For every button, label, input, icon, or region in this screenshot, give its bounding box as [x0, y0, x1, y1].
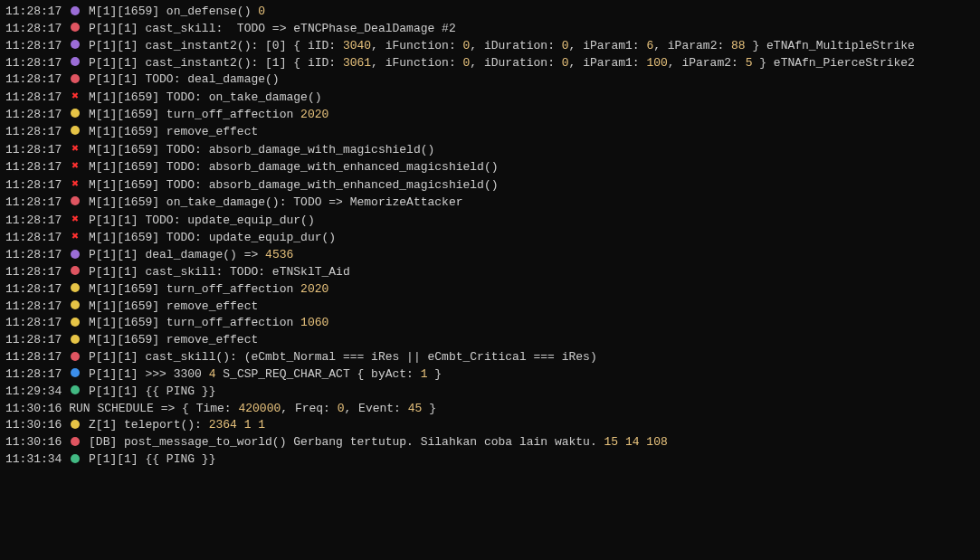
- log-text: M[1][1659] TODO: absorb_damage_with_enha…: [81, 178, 498, 192]
- log-text: , Freq:: [281, 402, 337, 415]
- log-number: 0: [258, 5, 265, 18]
- log-text: }: [422, 402, 436, 415]
- log-line: 11:30:16 Z[1] teleport(): 2364 1 1: [5, 417, 975, 434]
- timestamp: 11:31:34: [5, 452, 62, 466]
- log-line: 11:28:17 ✖ M[1][1659] TODO: absorb_damag…: [5, 158, 975, 176]
- log-text: M[1][1659] turn_off_affection: [81, 316, 300, 329]
- log-number: 2364 1 1: [209, 418, 265, 432]
- log-line: 11:28:17 P[1][1] cast_instant2(): [1] { …: [5, 55, 975, 72]
- log-line: 11:31:34 P[1][1] {{ PING }}: [5, 451, 975, 469]
- log-number: 2020: [300, 282, 328, 296]
- log-text: }: [428, 367, 442, 381]
- timestamp: 11:28:17: [5, 333, 62, 346]
- cross-icon: ✖: [69, 176, 81, 194]
- log-output: 11:28:17 M[1][1659] on_defense() 011:28:…: [5, 4, 975, 469]
- cross-icon: ✖: [69, 89, 81, 106]
- log-line: 11:28:17 M[1][1659] turn_off_affection 2…: [5, 281, 975, 299]
- log-text: M[1][1659] remove_effect: [81, 333, 258, 346]
- log-text: P[1][1] cast_skill: TODO => eTNCPhase_De…: [81, 22, 455, 35]
- log-text: P[1][1] cast_instant2(): [0] { iID:: [81, 39, 343, 52]
- log-text: P[1][1] cast_skill(): (eCmbt_Normal === …: [81, 350, 597, 364]
- log-text: , iParam1:: [569, 39, 647, 52]
- log-line: 11:28:17 P[1][1] TODO: deal_damage(): [5, 71, 975, 89]
- log-text: P[1][1] >>> 3300: [81, 367, 208, 381]
- log-text: P[1][1] deal_damage() =>: [81, 248, 265, 261]
- log-text: , iDuration:: [470, 56, 561, 70]
- log-text: [DB] post_message_to_world() Gerbang ter…: [81, 435, 604, 449]
- log-number: 0: [562, 39, 569, 52]
- timestamp: 11:28:17: [5, 316, 62, 329]
- log-line: 11:28:17 M[1][1659] turn_off_affection 2…: [5, 107, 975, 124]
- timestamp: 11:28:17: [5, 142, 62, 156]
- log-text: P[1][1] TODO: update_equip_dur(): [81, 213, 314, 226]
- timestamp: 11:29:34: [5, 384, 62, 398]
- red-dot-icon: [71, 196, 80, 205]
- log-line: 11:28:17 P[1][1] cast_skill(): (eCmbt_No…: [5, 349, 975, 366]
- cross-icon: ✖: [69, 141, 81, 158]
- yellow-dot-icon: [71, 109, 80, 118]
- yellow-dot-icon: [71, 335, 80, 344]
- log-line: 11:28:17 M[1][1659] on_take_damage(): TO…: [5, 195, 975, 212]
- log-number: 45: [408, 402, 423, 415]
- log-number: 100: [646, 56, 667, 70]
- log-text: P[1][1] {{ PING }}: [81, 384, 215, 398]
- log-number: 3061: [343, 56, 371, 70]
- red-dot-icon: [71, 74, 80, 83]
- log-text: M[1][1659] TODO: absorb_damage_with_magi…: [81, 142, 434, 156]
- log-line: 11:28:17 P[1][1] cast_skill: TODO => eTN…: [5, 21, 975, 38]
- log-text: , iParam1:: [569, 56, 647, 70]
- log-text: , Event:: [345, 402, 408, 415]
- log-text: M[1][1659] TODO: update_equip_dur(): [81, 231, 336, 244]
- log-number: 15 14 108: [604, 435, 668, 449]
- log-text: } eTNAfn_PierceStrike2: [752, 56, 914, 70]
- log-text: M[1][1659] remove_effect: [81, 125, 258, 138]
- red-dot-icon: [71, 23, 80, 32]
- log-text: M[1][1659] remove_effect: [81, 299, 258, 313]
- timestamp: 11:28:17: [5, 178, 62, 192]
- log-line: 11:28:17 M[1][1659] remove_effect: [5, 124, 975, 141]
- log-number: 0: [338, 402, 345, 415]
- log-line: 11:28:17 M[1][1659] on_defense() 0: [5, 4, 975, 21]
- log-number: 0: [562, 56, 569, 70]
- timestamp: 11:28:17: [5, 72, 62, 86]
- log-line: 11:28:17 M[1][1659] remove_effect: [5, 299, 975, 316]
- log-text: Z[1] teleport():: [81, 418, 208, 432]
- log-line: 11:28:17 ✖ M[1][1659] TODO: on_take_dama…: [5, 89, 975, 107]
- timestamp: 11:28:17: [5, 125, 62, 138]
- log-line: 11:28:17 ✖ M[1][1659] TODO: absorb_damag…: [5, 141, 975, 159]
- log-text: M[1][1659] on_defense(): [81, 5, 258, 18]
- red-dot-icon: [71, 352, 80, 361]
- log-line: 11:28:17 ✖ P[1][1] TODO: update_equip_du…: [5, 212, 975, 230]
- log-line: 11:28:17 M[1][1659] remove_effect: [5, 332, 975, 349]
- yellow-dot-icon: [71, 126, 80, 135]
- timestamp: 11:28:17: [5, 39, 62, 52]
- timestamp: 11:28:17: [5, 350, 62, 364]
- timestamp: 11:28:17: [5, 265, 62, 279]
- log-text: P[1][1] cast_instant2(): [1] { iID:: [81, 56, 343, 70]
- timestamp: 11:30:16: [5, 435, 62, 449]
- log-text: , iParam2:: [668, 56, 746, 70]
- log-number: 1: [421, 367, 428, 381]
- red-dot-icon: [71, 437, 80, 446]
- log-text: } eTNAfn_MultipleStrike: [746, 39, 915, 52]
- timestamp: 11:28:17: [5, 282, 62, 296]
- log-text: , iFunction:: [371, 39, 462, 52]
- log-line: 11:28:17 P[1][1] deal_damage() => 4536: [5, 247, 975, 264]
- purple-dot-icon: [71, 6, 80, 15]
- log-line: 11:30:16 [DB] post_message_to_world() Ge…: [5, 434, 975, 451]
- blue-dot-icon: [71, 368, 80, 377]
- timestamp: 11:30:16: [5, 402, 62, 415]
- red-dot-icon: [71, 266, 80, 275]
- timestamp: 11:28:17: [5, 22, 62, 35]
- timestamp: 11:28:17: [5, 160, 62, 174]
- log-text: M[1][1659] TODO: absorb_damage_with_enha…: [81, 160, 498, 174]
- log-line: 11:28:17 P[1][1] cast_skill: TODO: eTNSk…: [5, 264, 975, 281]
- log-number: 420000: [238, 402, 281, 415]
- yellow-dot-icon: [71, 318, 80, 327]
- timestamp: 11:30:16: [5, 418, 62, 432]
- purple-dot-icon: [71, 57, 80, 66]
- log-number: 3040: [343, 39, 371, 52]
- timestamp: 11:28:17: [5, 299, 62, 313]
- log-text: RUN SCHEDULE => { Time:: [69, 402, 238, 415]
- log-line: 11:30:16 RUN SCHEDULE => { Time: 420000,…: [5, 401, 975, 418]
